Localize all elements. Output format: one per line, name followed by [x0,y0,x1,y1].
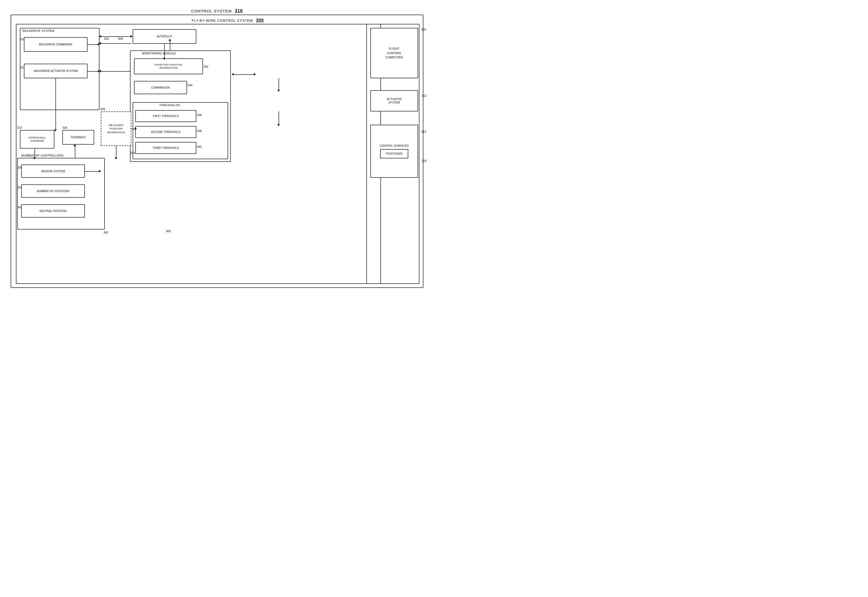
arrow-mm-bda [99,71,130,72]
third-threshold-text: THIRD THRESHOLD [153,146,179,150]
ref-324: 324 [130,151,135,154]
sensor-system-box: SENSOR SYSTEM [21,165,85,178]
arrow-mm-ap-up [170,39,170,50]
autopilot-text: AUTOPILOT [157,35,172,38]
arrowhead-1a [99,35,101,38]
positions-text: POSITIONS [386,152,403,155]
arrow-meas-thresh [116,146,116,158]
backdrive-commands-box: BACKDRIVE COMMANDS [24,37,88,52]
ref-306: 306 [118,37,123,40]
arrowhead-mm-bda-l [99,70,101,73]
actuator-system-box: ACTUATOR SYSTEM [370,90,418,111]
arrowhead-fb-up [73,144,76,146]
measured-position-text: MEASURED POSITION INFORMATION [107,123,125,134]
ref-314: 314 [421,130,426,133]
comparison-text: COMPARISON [151,86,170,89]
title-num: 216 [235,9,243,13]
fbw-label: FLY-BY-WIRE CONTROL SYSTEM 300 [192,18,264,23]
ref-308: 308 [166,230,171,233]
num-positions-box: NUMBER OF POSITIONS [21,184,85,198]
arrow-act-cs [279,111,279,125]
ref-326: 326 [100,107,105,111]
ref-310: 310 [104,37,109,40]
ref-340: 340 [197,145,202,149]
arrow-fcc-act [279,78,279,90]
feedback-text: FEEDBACK [71,135,86,139]
num-controllers-label: NUMBER OF CONTROLLERS [21,154,64,157]
arrowhead-act-cs [277,124,280,126]
arrow-backdrive-autopilot-1 [99,36,131,37]
monitoring-module-label: MONITORING MODULE [142,52,176,55]
num-positions-text: NUMBER OF POSITIONS [37,189,70,193]
first-threshold-text: FIRST THRESHOLD [153,114,178,118]
arrow-io-down [34,149,35,158]
arrow-bdact-right [88,71,99,72]
arrowhead-io-down [33,157,36,159]
page: CONTROL SYSTEM 216 FLY-BY-WIRE CONTROL S… [0,0,434,298]
arrowhead-mm-fcc-r [254,73,256,76]
arrowhead-sens-meas [99,170,101,172]
ref-312: 312 [422,94,427,97]
backdrive-commands-text: BACKDRIVE COMMANDS [39,43,72,46]
backdrive-actuator-text: BACKDRIVE ACTUATOR SYSTEM [34,69,78,73]
fcc-text: FLIGHT CONTROL COMPUTER [386,46,403,60]
backdrive-actuator-box: BACKDRIVE ACTUATOR SYSTEM [24,64,88,78]
arrowhead-mm-ap-up [168,39,171,41]
arrowhead-1b [131,35,133,38]
expected-position-box: EXPECTED POSITION INFORMATION [134,58,203,74]
positions-box: POSITIONS [380,149,408,158]
arrow-fb-down [75,145,75,158]
intentional-override-box: INTENTIONAL OVERRIDE [20,130,54,149]
ref-316: 316 [62,126,67,129]
intentional-override-text: INTENTIONAL OVERRIDE [28,136,46,143]
title-text: CONTROL SYSTEM [191,9,232,13]
ref-302: 302 [104,231,108,234]
ref-338: 338 [197,129,202,132]
sensor-system-text: SENSOR SYSTEM [41,169,65,173]
arrowhead-bdc-right [98,43,100,46]
thresholds-label: THRESHOLDS [159,104,180,107]
arrow-bdc-right [88,44,99,45]
arrowhead-fcc-act [277,90,280,92]
arrowhead-meas-thresh [114,157,117,159]
second-threshold-text: SECOND THRESHOLD [151,130,181,134]
first-threshold-box: FIRST THRESHOLD [135,110,196,122]
feedback-box: FEEDBACK [62,130,94,145]
third-threshold-box: THIRD THRESHOLD [135,142,196,154]
actuator-system-text: ACTUATOR SYSTEM [387,97,402,104]
fbw-num: 300 [256,18,264,23]
control-surfaces-box: CONTROL SURFACES POSITIONS [370,125,418,178]
arrow-row2 [99,43,131,44]
arrowhead-mm-fcc-l [231,73,234,76]
fcc-box: FLIGHT CONTROL COMPUTER [370,28,418,78]
expected-position-text: EXPECTED POSITION INFORMATION [155,63,182,70]
neutral-position-box: NEUTRAL POSITION [21,204,85,218]
ref-332: 332 [203,65,208,68]
arrowhead-ap-mm [163,58,166,60]
autopilot-box: AUTOPILOT [133,29,196,44]
fbw-label-text: FLY-BY-WIRE CONTROL SYSTEM [192,19,253,22]
ref-320: 320 [422,159,427,162]
neutral-position-text: NEUTRAL POSITION [40,209,67,213]
comparison-box: COMPARISON [134,81,187,94]
backdrive-system-label: BACKDRIVE SYSTEM [22,29,54,33]
arrow-ap-mm [164,44,165,58]
arrowhead-bda-down [54,129,57,132]
control-system-label: CONTROL SYSTEM 216 [191,9,243,13]
arrow-bda-down [55,78,56,130]
arrow-mm-fcc [232,74,255,75]
second-threshold-box: SECOND THRESHOLD [135,126,196,138]
arrowhead-meas-thresh-h [135,127,137,130]
ref-336: 336 [197,113,202,116]
ref-334: 334 [188,83,192,87]
control-surfaces-text: CONTROL SURFACES [380,144,409,147]
measured-position-box: MEASURED POSITION INFORMATION [101,111,131,146]
arrow-sens-meas [85,171,99,172]
ref-322: 322 [17,126,22,129]
ref-304: 304 [421,28,426,31]
